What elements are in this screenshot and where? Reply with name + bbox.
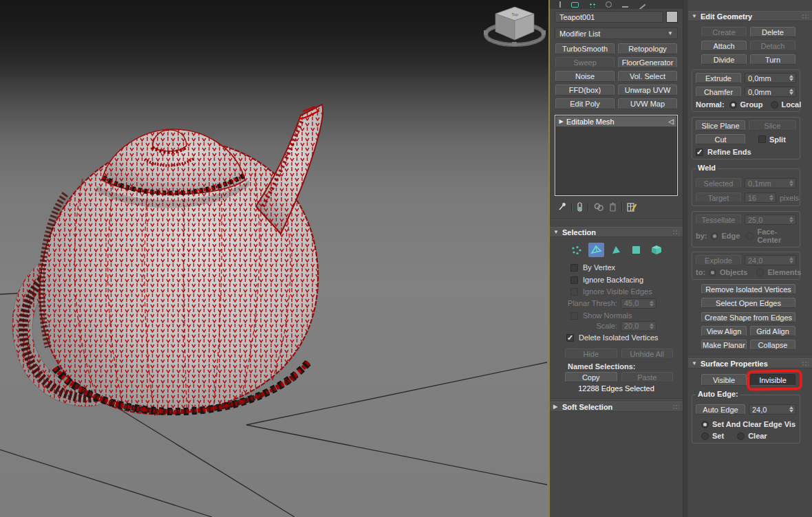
floorgenerator-button[interactable]: FloorGenerator	[618, 57, 677, 68]
weld-selected-button: Selected	[696, 178, 741, 188]
ignore-visible-edges-label: Ignore Visible Edges	[583, 287, 652, 296]
create-tab-icon[interactable]	[559, 1, 561, 8]
viewcube-front-handle[interactable]	[512, 42, 517, 46]
set-radio[interactable]	[701, 432, 709, 440]
toolbar-separator	[621, 203, 622, 212]
copy-button[interactable]: Copy	[565, 372, 617, 382]
sweep-button[interactable]: Sweep	[555, 57, 615, 68]
unwrap-uvw-button[interactable]: Unwrap UVW	[618, 85, 677, 96]
modify-tab-icon[interactable]	[571, 2, 579, 8]
clear-radio[interactable]	[737, 432, 745, 440]
grid-align-button[interactable]: Grid Align	[750, 326, 795, 336]
invisible-button[interactable]: Invisible	[750, 374, 795, 386]
slice-button[interactable]: Slice	[749, 120, 796, 131]
configure-modifier-sets-icon[interactable]	[627, 202, 637, 212]
turbosmooth-button[interactable]: TurboSmooth	[555, 43, 615, 54]
hierarchy-tab-icon[interactable]	[589, 3, 595, 8]
select-open-edges-button[interactable]: Select Open Edges	[701, 298, 795, 308]
vertex-mode-button[interactable]	[568, 243, 584, 257]
auto-edge-spinner[interactable]: 24,0	[749, 404, 796, 415]
slice-plane-button[interactable]: Slice Plane	[696, 120, 745, 131]
normal-local-radio[interactable]	[771, 101, 778, 109]
vol-select-button[interactable]: Vol. Select	[618, 71, 677, 82]
chevron-down-icon: ▼	[667, 30, 673, 36]
remove-modifier-icon[interactable]	[609, 202, 617, 212]
by-vertex-checkbox[interactable]	[570, 264, 578, 272]
toolbar-separator	[588, 203, 588, 212]
viewcube-left-handle[interactable]	[484, 30, 488, 35]
face-mode-button[interactable]	[608, 243, 624, 257]
perspective-viewport[interactable]: Top	[0, 0, 548, 517]
viewport-canvas[interactable]: Top	[0, 0, 548, 517]
edit-geometry-rollout-header[interactable]: ▼ Edit Geometry	[688, 11, 812, 21]
paste-button[interactable]: Paste	[621, 372, 674, 382]
explode-objects-label: Objects	[720, 268, 747, 276]
chamfer-spinner[interactable]: 0,0mm	[745, 87, 796, 97]
extrude-button[interactable]: Extrude	[696, 73, 741, 83]
unhide-all-button[interactable]: Unhide All	[621, 349, 674, 359]
soft-selection-rollout-header[interactable]: ▶ Soft Selection	[550, 402, 683, 412]
create-shape-from-edges-button[interactable]: Create Shape from Edges	[701, 312, 795, 322]
modifier-list-dropdown[interactable]: Modifier List ▼	[555, 28, 678, 39]
view-cube[interactable]: Top	[484, 7, 546, 46]
planar-thresh-label: Planar Thresh:	[568, 299, 617, 307]
visible-button[interactable]: Visible	[701, 374, 747, 386]
extrude-spinner[interactable]: 0,0mm	[745, 73, 796, 83]
collapse-arrow-icon: ▼	[692, 13, 697, 19]
refine-ends-checkbox[interactable]	[696, 148, 703, 156]
make-planar-button[interactable]: Make Planar	[701, 340, 747, 350]
divide-button[interactable]: Divide	[701, 54, 747, 65]
turn-button[interactable]: Turn	[750, 54, 795, 65]
command-panel: Teapot001 Modifier List ▼ TurboSmooth Re…	[550, 0, 812, 517]
pin-stack-icon[interactable]	[557, 202, 566, 212]
selection-rollout-header[interactable]: ▼ Selection	[550, 227, 683, 237]
panel-column-divider[interactable]	[683, 0, 688, 517]
retopology-button[interactable]: Retopology	[618, 43, 677, 54]
delete-button[interactable]: Delete	[750, 27, 795, 37]
tessellate-face-center-label: Face-Center	[757, 228, 796, 244]
hide-button[interactable]: Hide	[565, 349, 617, 359]
split-checkbox[interactable]	[758, 135, 766, 143]
tessellate-button: Tessellate	[696, 214, 741, 225]
noise-button[interactable]: Noise	[555, 71, 615, 82]
expand-arrow-icon[interactable]: ▶	[556, 118, 566, 124]
stack-item-editable-mesh[interactable]: ▶ Editable Mesh ◁	[556, 116, 676, 126]
collapse-button[interactable]: Collapse	[750, 340, 795, 350]
show-end-result-icon[interactable]	[577, 202, 583, 212]
normal-group-radio[interactable]	[729, 101, 737, 109]
viewcube-right-handle[interactable]	[542, 30, 546, 35]
uvw-map-button[interactable]: UVW Map	[618, 98, 677, 109]
motion-tab-icon[interactable]	[606, 1, 612, 8]
surface-properties-rollout-header[interactable]: ▼ Surface Properties	[688, 358, 812, 368]
element-mode-button[interactable]	[648, 243, 664, 257]
create-button[interactable]: Create	[701, 27, 747, 37]
ffd-box-button[interactable]: FFD(box)	[555, 85, 615, 96]
edge-mode-button[interactable]	[588, 243, 604, 257]
ignore-backfacing-checkbox[interactable]	[570, 276, 578, 284]
delete-isolated-vertices-checkbox[interactable]	[566, 334, 574, 342]
polygon-mode-button[interactable]	[628, 243, 644, 257]
chamfer-button[interactable]: Chamfer	[696, 87, 741, 97]
set-and-clear-radio[interactable]	[701, 421, 709, 428]
cut-button[interactable]: Cut	[696, 134, 745, 144]
display-tab-icon[interactable]	[622, 6, 628, 8]
attach-button[interactable]: Attach	[701, 41, 747, 51]
edit-poly-button[interactable]: Edit Poly	[555, 98, 615, 109]
detach-button[interactable]: Detach	[750, 41, 795, 51]
rollout-grip-icon	[802, 14, 809, 19]
named-selections-label: Named Selections:	[568, 362, 683, 371]
auto-edge-button[interactable]: Auto Edge	[696, 404, 745, 415]
remove-isolated-vertices-button[interactable]: Remove Isolated Vertices	[701, 284, 795, 294]
spinner-arrows-icon[interactable]	[788, 75, 795, 81]
object-color-swatch[interactable]	[666, 11, 678, 23]
teapot-mesh[interactable]	[12, 104, 323, 417]
view-align-button[interactable]: View Align	[701, 326, 747, 336]
spinner-arrows-icon[interactable]	[788, 89, 795, 95]
make-unique-icon[interactable]	[593, 202, 604, 212]
spinner-arrows-icon[interactable]	[788, 406, 795, 412]
object-name-field[interactable]: Teapot001	[555, 11, 663, 23]
vertex-ticks-icon[interactable]: ◁	[668, 118, 674, 125]
modifier-stack[interactable]: ▶ Editable Mesh ◁	[555, 115, 678, 196]
weld-group: Weld Selected 0,1mm Target 16 pixels	[692, 168, 800, 206]
utilities-tab-icon[interactable]	[639, 4, 646, 9]
